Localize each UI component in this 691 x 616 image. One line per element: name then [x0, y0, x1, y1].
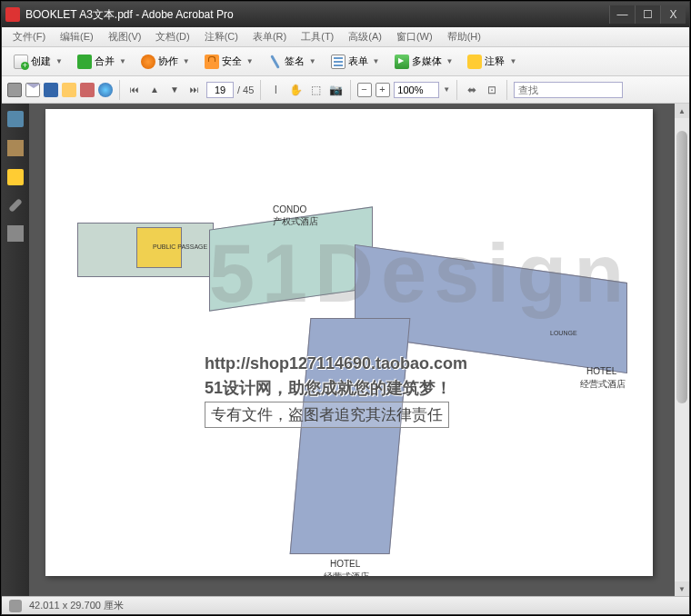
page-input[interactable] — [206, 82, 234, 98]
bookmarks-panel-icon[interactable] — [7, 140, 24, 156]
combine-icon — [77, 55, 92, 69]
main-area: CONDO 产权式酒店 PUBLIC PASSAGE HOTEL 经营式酒店 L… — [2, 104, 689, 596]
menu-document[interactable]: 文档(D) — [150, 28, 195, 45]
menu-comment[interactable]: 注释(C) — [199, 28, 244, 45]
page-dimensions: 42.011 x 29.700 厘米 — [29, 599, 124, 612]
search-input[interactable] — [514, 82, 623, 98]
sign-button[interactable]: 签名▼ — [262, 51, 323, 73]
menu-form[interactable]: 表单(R) — [247, 28, 292, 45]
chevron-down-icon: ▼ — [246, 57, 254, 65]
menu-file[interactable]: 文件(F) — [7, 28, 51, 45]
secure-button[interactable]: 安全▼ — [198, 51, 260, 73]
menu-view[interactable]: 视图(V) — [103, 28, 147, 45]
chevron-down-icon: ▼ — [309, 57, 316, 65]
plan-label-hotel: HOTEL — [586, 366, 616, 376]
chevron-down-icon: ▼ — [509, 57, 516, 65]
zoom-input[interactable] — [394, 82, 439, 98]
scroll-down-icon[interactable]: ▼ — [675, 581, 689, 596]
watermark-url: http://shop127114690.taobao.com — [205, 354, 467, 373]
window-controls: — ☐ X — [609, 5, 686, 24]
mail-icon[interactable] — [25, 83, 40, 97]
signatures-panel-icon[interactable] — [7, 225, 24, 242]
lock-icon — [205, 55, 219, 69]
zoom-in-icon[interactable] — [376, 83, 390, 97]
separator — [506, 80, 507, 100]
save-icon[interactable] — [44, 83, 58, 97]
attachments-panel-icon[interactable] — [8, 198, 23, 213]
maximize-button[interactable]: ☐ — [635, 5, 660, 24]
nav-toolbar: ⏮ ▲ ▼ ⏭ / 45 I ✋ ⬚ 📷 ▼ ⬌ ⊡ — [2, 76, 689, 104]
fit-page-button[interactable]: ⊡ — [484, 82, 500, 98]
menu-window[interactable]: 窗口(W) — [391, 28, 438, 45]
pdf-page: CONDO 产权式酒店 PUBLIC PASSAGE HOTEL 经营式酒店 L… — [45, 109, 653, 576]
chevron-down-icon[interactable]: ▼ — [443, 85, 450, 94]
window-title: BOOKLET A3文本.pdf - Adobe Acrobat Pro — [25, 7, 609, 23]
globe-icon[interactable] — [98, 83, 113, 97]
page-count: / 45 — [237, 84, 254, 95]
watermark-slogan: 51设计网，助您成就您的建筑梦！ — [205, 377, 452, 399]
form-icon — [331, 55, 346, 69]
print-icon[interactable] — [7, 83, 22, 97]
app-window: BOOKLET A3文本.pdf - Adobe Acrobat Pro — ☐… — [1, 1, 690, 615]
side-panel — [2, 104, 29, 596]
menu-tool[interactable]: 工具(T) — [295, 28, 339, 45]
combine-button[interactable]: 合并▼ — [71, 51, 133, 73]
app-icon — [5, 7, 20, 22]
plan-label-hotel-cn-2: 经营式酒店 — [324, 571, 369, 576]
menu-advanced[interactable]: 高级(A) — [343, 28, 387, 45]
plan-label-condo: CONDO — [273, 204, 306, 214]
titlebar: BOOKLET A3文本.pdf - Adobe Acrobat Pro — ☐… — [2, 2, 689, 27]
folder-icon[interactable] — [62, 83, 76, 97]
select-tool[interactable]: I — [267, 82, 284, 98]
close-button[interactable]: X — [660, 5, 686, 24]
chevron-down-icon: ▼ — [183, 57, 190, 65]
minimize-button[interactable]: — — [609, 5, 635, 24]
fit-width-button[interactable]: ⬌ — [464, 82, 480, 98]
media-icon — [395, 55, 409, 69]
plan-label-lounge: LOUNGE — [550, 330, 577, 336]
collab-icon — [141, 55, 155, 69]
vertical-scrollbar[interactable]: ▲ ▼ — [675, 104, 689, 596]
prev-page-button[interactable]: ▲ — [146, 82, 163, 98]
watermark-legal: 专有文件，盗图者追究其法律责任 — [205, 402, 449, 428]
menu-help[interactable]: 帮助(H) — [442, 28, 486, 45]
building-wing-hotel-south — [290, 318, 411, 554]
chevron-down-icon: ▼ — [55, 57, 63, 65]
snapshot-tool[interactable]: 📷 — [327, 82, 344, 98]
first-page-button[interactable]: ⏮ — [126, 82, 143, 98]
bookmark-icon[interactable] — [80, 83, 95, 97]
media-button[interactable]: 多媒体▼ — [388, 51, 460, 73]
pages-panel-icon[interactable] — [7, 111, 24, 127]
scroll-thumb[interactable] — [676, 131, 687, 403]
zoom-out-icon[interactable] — [357, 83, 372, 97]
chevron-down-icon: ▼ — [373, 57, 380, 65]
create-button[interactable]: 创建▼ — [7, 51, 69, 73]
pen-icon — [270, 55, 280, 68]
separator — [260, 80, 261, 100]
main-toolbar: 创建▼ 合并▼ 协作▼ 安全▼ 签名▼ 表单▼ 多媒体▼ 注释▼ — [2, 47, 689, 76]
comment-button[interactable]: 注释▼ — [461, 51, 523, 73]
create-icon — [14, 55, 28, 69]
hand-tool[interactable]: ✋ — [287, 82, 304, 98]
next-page-button[interactable]: ▼ — [166, 82, 183, 98]
plan-label-hotel-2: HOTEL — [330, 559, 360, 569]
separator — [350, 80, 351, 100]
menu-edit[interactable]: 编辑(E) — [55, 28, 99, 45]
collab-button[interactable]: 协作▼ — [135, 51, 196, 73]
floorplan-drawing: CONDO 产权式酒店 PUBLIC PASSAGE HOTEL 经营式酒店 L… — [45, 109, 653, 576]
comments-panel-icon[interactable] — [7, 169, 24, 185]
last-page-button[interactable]: ⏭ — [186, 82, 203, 98]
separator — [119, 80, 120, 100]
comment-icon — [467, 55, 482, 69]
paperclip-icon[interactable] — [9, 600, 22, 612]
marquee-tool[interactable]: ⬚ — [307, 82, 324, 98]
scroll-up-icon[interactable]: ▲ — [675, 104, 689, 118]
plan-label-condo-cn: 产权式酒店 — [273, 215, 318, 228]
document-area[interactable]: CONDO 产权式酒店 PUBLIC PASSAGE HOTEL 经营式酒店 L… — [29, 104, 689, 596]
separator — [456, 80, 457, 100]
menubar: 文件(F) 编辑(E) 视图(V) 文档(D) 注释(C) 表单(R) 工具(T… — [2, 27, 689, 47]
statusbar: 42.011 x 29.700 厘米 — [2, 596, 689, 614]
forms-button[interactable]: 表单▼ — [325, 51, 386, 73]
plan-label-hotel-cn: 经营式酒店 — [580, 378, 626, 391]
chevron-down-icon: ▼ — [119, 57, 126, 65]
